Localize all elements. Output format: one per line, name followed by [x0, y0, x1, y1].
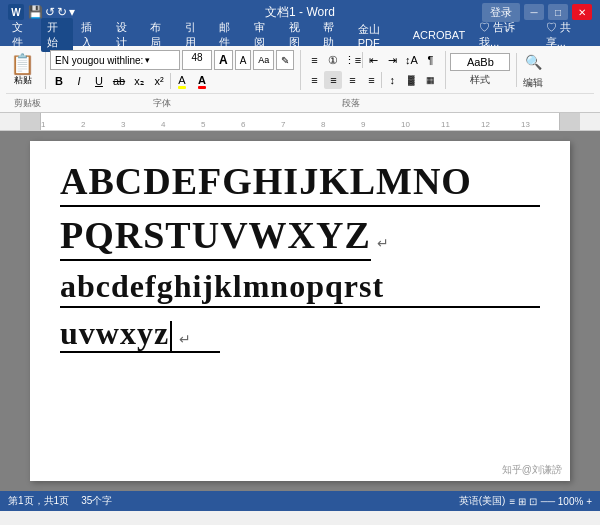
style-preview: AaBb [450, 53, 510, 71]
text-line-4-content: uvwxyz [60, 316, 172, 354]
return-symbol-4: ↵ [179, 331, 191, 347]
menu-view[interactable]: 视图 [283, 18, 316, 52]
editing-label: 编辑 [523, 76, 543, 90]
bullets-button[interactable]: ≡ [305, 51, 323, 69]
zoom-slider[interactable]: ── 100% + [541, 496, 592, 507]
titlebar-undo-area: 💾 ↺ ↻ ▾ [28, 5, 75, 19]
font-name-text: EN yougou withline: [55, 55, 143, 66]
line-spacing-button[interactable]: ↕ [383, 71, 401, 89]
menu-mail[interactable]: 邮件 [213, 18, 246, 52]
clipboard-label: 剪贴板 [6, 97, 48, 110]
redo-btn[interactable]: ↻ [57, 5, 67, 19]
increase-indent-button[interactable]: ⇥ [383, 51, 401, 69]
statusbar-left: 第1页，共1页 35个字 [8, 494, 112, 508]
menu-acrobat[interactable]: ACROBAT [407, 27, 471, 43]
undo-btn[interactable]: ↺ [45, 5, 55, 19]
text-line-1: ABCDEFGHIJKLMNO [60, 161, 540, 207]
menu-layout[interactable]: 布局 [144, 18, 177, 52]
ruler: 1 2 3 4 5 6 7 8 9 10 11 12 13 [0, 113, 600, 131]
decrease-indent-button[interactable]: ⇤ [364, 51, 382, 69]
ruler-inner: 1 2 3 4 5 6 7 8 9 10 11 12 13 [40, 113, 560, 130]
font-dropdown-arrow[interactable]: ▾ [145, 55, 150, 65]
language: 英语(美国) [459, 494, 506, 508]
highlight-color-bar [178, 86, 185, 89]
window-title: 文档1 - Word [265, 4, 335, 21]
font-selector[interactable]: EN yougou withline: ▾ [50, 50, 180, 70]
paste-label: 粘贴 [14, 74, 32, 87]
save-icon[interactable]: 💾 [28, 5, 43, 19]
view-buttons[interactable]: ≡ ⊞ ⊡ [509, 496, 536, 507]
font-color-button[interactable]: A [193, 72, 211, 90]
font-grow-button[interactable]: A [214, 50, 233, 70]
paste-icon: 📋 [10, 54, 35, 74]
font-color-icon: A [198, 74, 206, 86]
dropdown-btn[interactable]: ▾ [69, 5, 75, 19]
menu-home[interactable]: 开始 [41, 18, 74, 52]
border-button[interactable]: ▦ [421, 71, 439, 89]
underline-button[interactable]: U [90, 72, 108, 90]
menu-help[interactable]: 帮助 [317, 18, 350, 52]
text-line-1-content: ABCDEFGHIJKLMNO [60, 161, 540, 207]
text-line-3-content: abcdefghijklmnopqrst [60, 269, 540, 308]
word-count: 35个字 [81, 494, 112, 508]
paste-button[interactable]: 📋 粘贴 [6, 52, 39, 89]
change-case-button[interactable]: Aa [253, 50, 274, 70]
superscript-button[interactable]: x² [150, 72, 168, 90]
multilevel-button[interactable]: ⋮≡ [343, 51, 361, 69]
menu-review[interactable]: 审阅 [248, 18, 281, 52]
font-color-bar [198, 86, 206, 89]
sort-button[interactable]: ↕A [402, 51, 420, 69]
menubar: 文件 开始 插入 设计 布局 引用 邮件 审阅 视图 帮助 金山PDF ACRO… [0, 24, 600, 46]
show-marks-button[interactable]: ¶ [421, 51, 439, 69]
numbering-button[interactable]: ① [324, 51, 342, 69]
menu-file[interactable]: 文件 [6, 18, 39, 52]
menu-design[interactable]: 设计 [110, 18, 143, 52]
menu-share[interactable]: ♡ 共享... [540, 18, 594, 52]
statusbar-right: 英语(美国) ≡ ⊞ ⊡ ── 100% + [459, 494, 592, 508]
styles-label: 样式 [470, 73, 490, 87]
justify-button[interactable]: ≡ [362, 71, 380, 89]
document-area: ABCDEFGHIJKLMNO PQRSTUVWXYZ ↵ abcdefghij… [0, 131, 600, 491]
font-size-input[interactable]: 48 [182, 50, 212, 70]
page-count: 第1页，共1页 [8, 494, 69, 508]
return-symbol-2: ↵ [377, 235, 389, 251]
subscript-button[interactable]: x₂ [130, 72, 148, 90]
paragraph-label: 段落 [276, 97, 426, 110]
watermark: 知乎@刘谦謗 [502, 463, 562, 477]
shading-button[interactable]: ▓ [402, 71, 420, 89]
highlight-color-button[interactable]: A [173, 72, 191, 90]
font-label: 字体 [48, 97, 276, 110]
clear-format-button[interactable]: ✎ [276, 50, 294, 70]
text-line-2-content: PQRSTUVWXYZ [60, 215, 371, 261]
menu-references[interactable]: 引用 [179, 18, 212, 52]
align-right-button[interactable]: ≡ [343, 71, 361, 89]
align-center-button[interactable]: ≡ [324, 71, 342, 89]
strikethrough-button[interactable]: ab [110, 72, 128, 90]
text-line-2: PQRSTUVWXYZ ↵ [60, 215, 540, 261]
page[interactable]: ABCDEFGHIJKLMNO PQRSTUVWXYZ ↵ abcdefghij… [30, 141, 570, 481]
text-cursor [170, 321, 172, 351]
highlight-icon: A [178, 74, 185, 86]
italic-button[interactable]: I [70, 72, 88, 90]
text-line-4: uvwxyz ↵ [60, 316, 540, 354]
menu-insert[interactable]: 插入 [75, 18, 108, 52]
search-button[interactable]: 🔍 [521, 50, 545, 74]
menu-pdf[interactable]: 金山PDF [352, 20, 405, 51]
bold-button[interactable]: B [50, 72, 68, 90]
statusbar: 第1页，共1页 35个字 英语(美国) ≡ ⊞ ⊡ ── 100% + [0, 491, 600, 511]
ribbon: 📋 粘贴 EN yougou withline: ▾ 48 A A Aa ✎ B… [0, 46, 600, 113]
text-line-3: abcdefghijklmnopqrst [60, 269, 540, 308]
align-left-button[interactable]: ≡ [305, 71, 323, 89]
menu-tell[interactable]: ♡ 告诉我... [473, 18, 538, 52]
font-shrink-button[interactable]: A [235, 50, 252, 70]
